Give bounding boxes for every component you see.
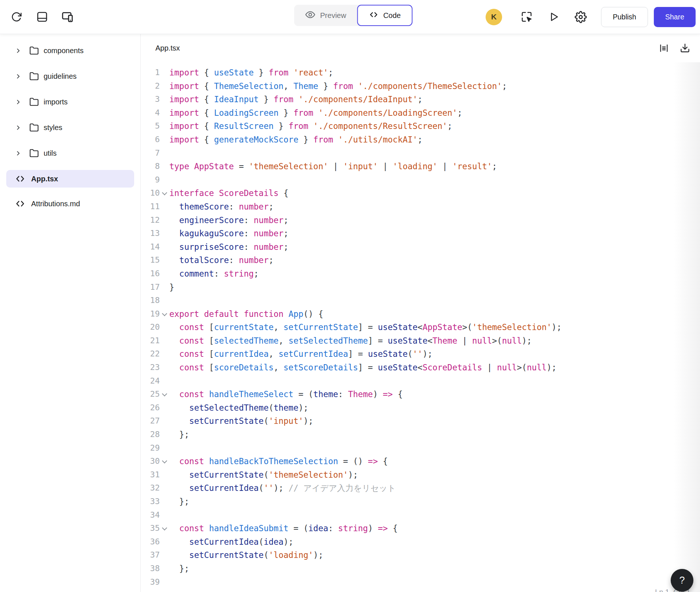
line-number: 22 bbox=[141, 347, 160, 361]
sidebar-folder-styles[interactable]: styles bbox=[6, 119, 134, 136]
share-button[interactable]: Share bbox=[654, 7, 696, 27]
code-line[interactable]: 16 comment: string; bbox=[141, 267, 700, 281]
sidebar-file-Attributions.md[interactable]: Attributions.md bbox=[6, 195, 134, 212]
fold-toggle[interactable] bbox=[160, 455, 169, 468]
sidebar-folder-components[interactable]: components bbox=[6, 42, 134, 59]
fold-toggle[interactable] bbox=[160, 388, 169, 401]
code-line[interactable]: 14 surpriseScore: number; bbox=[141, 240, 700, 254]
fold-toggle[interactable] bbox=[160, 186, 169, 200]
code-text: } bbox=[169, 281, 174, 294]
code-line[interactable]: 39 bbox=[141, 576, 700, 589]
code-line[interactable]: 37 setCurrentState('loading'); bbox=[141, 548, 700, 562]
code-line[interactable]: 5import { ResultScreen } from './compone… bbox=[141, 119, 700, 133]
inspect-tool-button[interactable] bbox=[520, 10, 534, 24]
panel-bottom-button[interactable] bbox=[35, 10, 49, 24]
code-line[interactable]: 2import { ThemeSelection, Theme } from '… bbox=[141, 79, 700, 93]
gear-icon bbox=[575, 11, 587, 23]
code-text: setCurrentIdea(idea); bbox=[169, 535, 294, 549]
code-line[interactable]: 10interface ScoreDetails { bbox=[141, 186, 700, 200]
editor-actions bbox=[658, 42, 690, 53]
code-line[interactable]: 7 bbox=[141, 147, 700, 160]
run-button[interactable] bbox=[547, 10, 561, 24]
code-line[interactable]: 35 const handleIdeaSubmit = (idea: strin… bbox=[141, 522, 700, 535]
sidebar-folder-guidelines[interactable]: guidelines bbox=[6, 67, 134, 85]
code-line[interactable]: 36 setCurrentIdea(idea); bbox=[141, 535, 700, 549]
code-text: const handleIdeaSubmit = (idea: string) … bbox=[169, 522, 398, 535]
code-line[interactable]: 22 const [currentIdea, setCurrentIdea] =… bbox=[141, 347, 700, 361]
refresh-button[interactable] bbox=[10, 10, 23, 24]
preview-label: Preview bbox=[320, 11, 346, 20]
preview-tab[interactable]: Preview bbox=[294, 5, 357, 26]
download-button[interactable] bbox=[679, 42, 690, 53]
editor-filename: App.tsx bbox=[155, 44, 180, 52]
folder-icon bbox=[29, 46, 39, 55]
line-number: 18 bbox=[141, 294, 160, 307]
code-line[interactable]: 18 bbox=[141, 294, 700, 307]
help-button[interactable]: ? bbox=[671, 569, 693, 592]
publish-button[interactable]: Publish bbox=[601, 7, 648, 27]
code-line[interactable]: 30 const handleBackToThemeSelection = ()… bbox=[141, 455, 700, 468]
line-number: 12 bbox=[141, 214, 160, 227]
line-number: 26 bbox=[141, 401, 160, 415]
sidebar-folder-utils[interactable]: utils bbox=[6, 144, 134, 162]
code-line[interactable]: 21 const [selectedTheme, setSelectedThem… bbox=[141, 334, 700, 348]
fold-spacer bbox=[160, 66, 169, 79]
chevron-right-icon bbox=[15, 48, 21, 54]
code-line[interactable]: 20 const [currentState, setCurrentState]… bbox=[141, 321, 700, 334]
code-line[interactable]: 34 bbox=[141, 508, 700, 522]
fold-toggle[interactable] bbox=[160, 522, 169, 535]
sidebar-folder-imports[interactable]: imports bbox=[6, 93, 134, 111]
code-text: interface ScoreDetails { bbox=[169, 186, 288, 200]
code-line[interactable]: 23 const [scoreDetails, setScoreDetails]… bbox=[141, 361, 700, 374]
code-line[interactable]: 26 setSelectedTheme(theme); bbox=[141, 401, 700, 415]
device-preview-button[interactable] bbox=[61, 10, 75, 24]
code-line[interactable]: 38 }; bbox=[141, 562, 700, 576]
code-text: const handleBackToThemeSelection = () =>… bbox=[169, 455, 388, 468]
avatar[interactable]: K bbox=[486, 9, 502, 25]
code-line[interactable]: 32 setCurrentIdea(''); // アイデア入力をリセット bbox=[141, 481, 700, 495]
code-line[interactable]: 15 totalScore: number; bbox=[141, 254, 700, 267]
code-text: themeScore: number; bbox=[169, 200, 273, 214]
code-line[interactable]: 24 bbox=[141, 374, 700, 388]
code-line[interactable]: 4import { LoadingScreen } from './compon… bbox=[141, 106, 700, 120]
code-line[interactable]: 28 }; bbox=[141, 428, 700, 441]
fold-toggle[interactable] bbox=[160, 307, 169, 321]
code-line[interactable]: 11 themeScore: number; bbox=[141, 200, 700, 214]
fold-spacer bbox=[160, 334, 169, 348]
code-area[interactable]: 1import { useState } from 'react';2impor… bbox=[141, 62, 700, 589]
fold-spacer bbox=[160, 562, 169, 576]
code-line[interactable]: 19export default function App() { bbox=[141, 307, 700, 321]
fold-spacer bbox=[160, 481, 169, 495]
code-line[interactable]: 3import { IdeaInput } from './components… bbox=[141, 93, 700, 106]
code-text: setCurrentState('loading'); bbox=[169, 548, 323, 562]
line-number: 33 bbox=[141, 495, 160, 508]
code-line[interactable]: 33 }; bbox=[141, 495, 700, 508]
format-code-button[interactable] bbox=[658, 42, 669, 53]
chevron-right-icon bbox=[15, 99, 21, 105]
fold-spacer bbox=[160, 214, 169, 227]
line-number: 4 bbox=[141, 106, 160, 120]
code-line[interactable]: 8type AppState = 'themeSelection' | 'inp… bbox=[141, 160, 700, 173]
code-line[interactable]: 1import { useState } from 'react'; bbox=[141, 66, 700, 79]
fold-spacer bbox=[160, 281, 169, 294]
code-line[interactable]: 9 bbox=[141, 173, 700, 187]
line-number: 16 bbox=[141, 267, 160, 281]
settings-button[interactable] bbox=[574, 10, 588, 24]
code-line[interactable]: 12 engineerScore: number; bbox=[141, 214, 700, 227]
code-text: import { ResultScreen } from './componen… bbox=[169, 119, 452, 133]
line-number: 30 bbox=[141, 455, 160, 468]
fold-spacer bbox=[160, 133, 169, 147]
code-line[interactable]: 6import { generateMockScore } from './ut… bbox=[141, 133, 700, 147]
sidebar-file-App.tsx[interactable]: App.tsx bbox=[6, 170, 134, 188]
code-line[interactable]: 13 kagukaguScore: number; bbox=[141, 227, 700, 240]
code-line[interactable]: 31 setCurrentState('themeSelection'); bbox=[141, 468, 700, 482]
fold-spacer bbox=[160, 267, 169, 281]
code-tab[interactable]: Code bbox=[357, 5, 413, 26]
code-text: setSelectedTheme(theme); bbox=[169, 401, 308, 415]
code-line[interactable]: 29 bbox=[141, 441, 700, 455]
code-text: import { LoadingScreen } from './compone… bbox=[169, 106, 462, 120]
line-number: 9 bbox=[141, 173, 160, 187]
code-line[interactable]: 17} bbox=[141, 281, 700, 294]
code-line[interactable]: 25 const handleThemeSelect = (theme: The… bbox=[141, 388, 700, 401]
code-line[interactable]: 27 setCurrentState('input'); bbox=[141, 414, 700, 428]
